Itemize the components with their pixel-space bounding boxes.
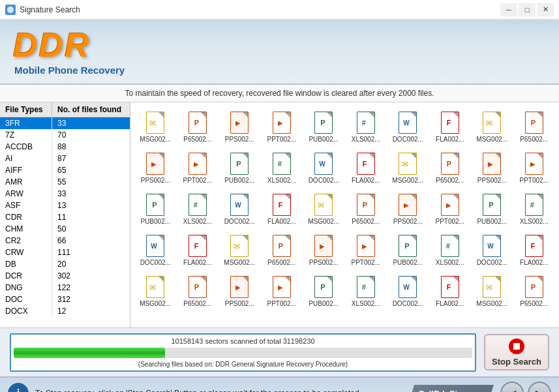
file-item[interactable]: P65002... [178,108,218,146]
file-type-row[interactable]: DNG 122 [0,282,130,294]
file-item-label: PPT002... [517,177,552,184]
file-type-row[interactable]: AI 87 [0,153,130,164]
file-icon-wrapper [145,152,166,175]
file-item[interactable]: DOC002... [136,231,175,269]
file-type-row[interactable]: DOCX 12 [0,305,130,317]
file-item[interactable]: PPS002... [220,272,260,310]
file-item[interactable]: PPT002... [431,190,470,228]
file-icon-wrapper [187,234,208,258]
file-item[interactable]: PUB002... [472,190,512,228]
file-grid-container: MSG002... P65002... PPS002... PPT002... … [136,108,554,313]
file-item[interactable]: PPT002... [346,231,386,269]
file-item[interactable]: DOC002... [304,149,344,187]
file-item[interactable]: MSG002... [388,149,428,187]
file-item[interactable]: MSG002... [472,108,512,146]
file-item-label: XLS002... [432,259,468,266]
file-item[interactable]: P65002... [346,190,386,228]
file-icon-wrapper [229,275,250,299]
file-icon-wrapper [187,275,208,299]
close-button[interactable]: ✕ [537,3,554,16]
file-item[interactable]: MSG002... [472,272,512,310]
file-item[interactable]: FLA002... [346,149,386,187]
file-type-row[interactable]: DB 20 [0,258,130,270]
file-icon-base [314,153,333,175]
file-item-label: XLS002... [517,218,552,225]
file-icon-base [441,194,459,216]
file-item[interactable]: P65002... [262,231,302,269]
file-type-row[interactable]: CR2 66 [0,235,130,247]
file-type-row[interactable]: 3FR 33 [0,117,130,129]
app-header: DDR Mobile Phone Recovery [0,20,559,85]
file-item[interactable]: MSG002... [304,190,344,228]
file-type-row[interactable]: ACCDB 88 [0,141,130,153]
file-item[interactable]: PPT002... [178,149,218,187]
file-item[interactable]: PPS002... [220,108,260,146]
file-item[interactable]: XLS002... [346,108,386,146]
file-item[interactable]: PPT002... [262,108,302,146]
file-item[interactable]: PPT002... [515,149,554,187]
file-icon-wrapper [229,152,250,175]
file-type-row[interactable]: AMR 55 [0,176,130,188]
file-type-row[interactable]: ASF 13 [0,200,130,211]
file-type-name: CR2 [0,235,52,247]
file-item[interactable]: PUB002... [136,190,175,228]
file-icon-wrapper [229,193,250,217]
file-type-row[interactable]: CHM 50 [0,223,130,235]
file-item[interactable]: FLA002... [178,231,218,269]
file-type-name: 3FR [0,117,52,129]
maximize-button[interactable]: □ [519,3,536,16]
prev-button[interactable]: ◀ [500,382,524,392]
file-item[interactable]: DOC002... [388,108,428,146]
file-type-row[interactable]: DCR 302 [0,270,130,282]
file-type-count: 312 [52,294,130,305]
file-item[interactable]: P65002... [515,272,554,310]
file-type-row[interactable]: ARW 33 [0,188,130,200]
file-item[interactable]: PUB002... [304,272,344,310]
file-icon-wrapper [481,234,502,258]
file-type-row[interactable]: DOC 312 [0,294,130,305]
file-icon-wrapper [524,275,545,299]
file-item[interactable]: XLS002... [515,190,554,228]
file-type-row[interactable]: 7Z 70 [0,129,130,141]
file-item[interactable]: PPS002... [472,149,512,187]
file-item[interactable]: MSG002... [136,272,175,310]
file-item[interactable]: FLA002... [431,108,470,146]
file-item[interactable]: PUB002... [220,149,260,187]
file-item[interactable]: MSG002... [220,231,260,269]
file-item[interactable]: PPS002... [388,190,428,228]
file-icon-wrapper [271,193,292,217]
info-bar: To maintain the speed of recovery, recov… [0,85,559,102]
file-item[interactable]: MSG002... [136,108,175,146]
file-icon-wrapper [355,193,376,217]
file-type-row[interactable]: CDR 11 [0,211,130,223]
file-item[interactable]: PPS002... [136,149,175,187]
next-button[interactable]: ▶ [528,382,551,392]
file-item[interactable]: FLA002... [515,231,554,269]
file-item-label: PUB002... [138,218,174,225]
file-item[interactable]: FLA002... [431,272,470,310]
file-item[interactable]: PPS002... [304,231,344,269]
file-item[interactable]: DOC002... [388,272,428,310]
file-icon-base [483,153,501,175]
file-icon-base [314,194,333,216]
file-item-label: PPT002... [264,136,300,143]
file-item[interactable]: XLS002... [346,272,386,310]
file-item[interactable]: XLS002... [431,231,470,269]
file-icon-wrapper [440,152,461,175]
stop-search-button[interactable]: Stop Search [484,334,549,370]
file-item[interactable]: P65002... [178,272,218,310]
file-item[interactable]: FLA002... [262,190,302,228]
file-item[interactable]: P65002... [431,149,470,187]
file-type-row[interactable]: AIFF 65 [0,164,130,176]
file-item[interactable]: DOC002... [472,231,512,269]
file-item[interactable]: DOC002... [220,190,260,228]
file-item[interactable]: PUB002... [388,231,428,269]
minimize-button[interactable]: ─ [500,3,517,16]
file-item-label: P65002... [517,300,552,307]
file-item[interactable]: XLS002... [262,149,302,187]
file-type-row[interactable]: CRW 111 [0,247,130,258]
file-item[interactable]: PPT002... [262,272,302,310]
file-item[interactable]: PUB002... [304,108,344,146]
file-item[interactable]: P65002... [515,108,554,146]
file-item[interactable]: XLS002... [178,190,218,228]
